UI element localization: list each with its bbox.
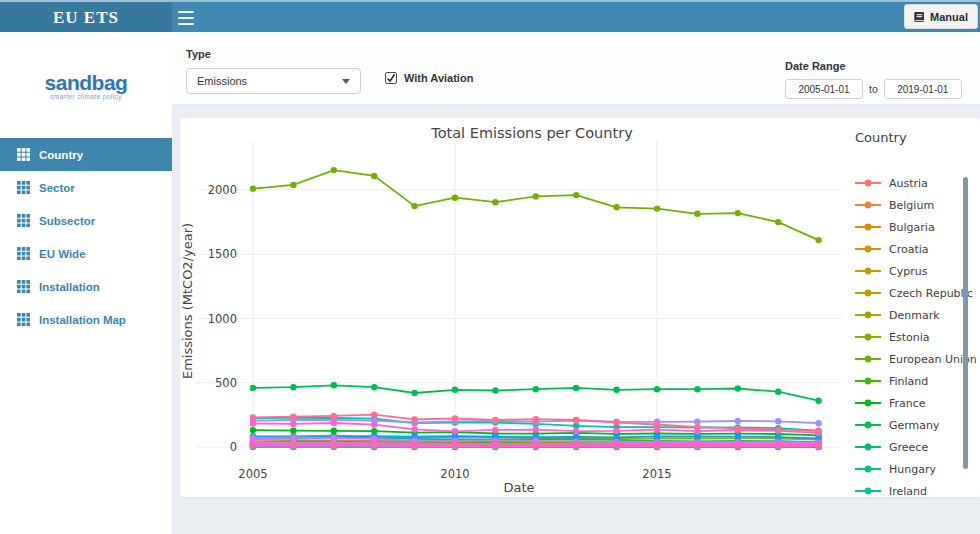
legend-item-estonia[interactable]: Estonia — [855, 326, 980, 348]
series-point — [775, 418, 781, 424]
legend-marker — [855, 244, 881, 254]
series-point — [290, 384, 296, 390]
legend: Country — [855, 130, 980, 145]
legend-item-ireland[interactable]: Ireland — [855, 480, 980, 497]
with-aviation-checkbox[interactable] — [385, 72, 397, 84]
sidebar-item-installation-map[interactable]: Installation Map — [0, 303, 172, 336]
series-point — [654, 421, 660, 427]
legend-marker — [855, 354, 881, 364]
series-point — [331, 413, 337, 419]
legend-item-croatia[interactable]: Croatia — [855, 238, 980, 260]
series-point — [492, 387, 498, 393]
legend-item-bulgaria[interactable]: Bulgaria — [855, 216, 980, 238]
series-point — [250, 414, 256, 420]
legend-item-european-union[interactable]: European Union — [855, 348, 980, 370]
series-point — [533, 416, 539, 422]
legend-item-greece[interactable]: Greece — [855, 436, 980, 458]
legend-marker — [855, 486, 881, 496]
type-label: Type — [186, 48, 211, 60]
legend-item-czech-republic[interactable]: Czech Republic — [855, 282, 980, 304]
sidebar-item-subsector[interactable]: Subsector — [0, 204, 172, 237]
series-point — [815, 428, 821, 434]
series-point — [290, 441, 296, 447]
series-point — [492, 427, 498, 433]
series-point — [815, 420, 821, 426]
controls-panel: Type Emissions With Aviation Date Range … — [172, 32, 980, 105]
series-point — [533, 442, 539, 448]
series-point — [411, 390, 417, 396]
sandbag-logo[interactable]: sandbag smarter climate policy — [0, 74, 172, 100]
grid-icon — [17, 313, 30, 326]
x-tick-label: 2015 — [642, 467, 671, 481]
legend-item-germany[interactable]: Germany — [855, 414, 980, 436]
legend-marker — [855, 200, 881, 210]
legend-item-france[interactable]: France — [855, 392, 980, 414]
sidebar-item-label: Subsector — [39, 215, 95, 227]
legend-marker — [855, 310, 881, 320]
sidebar-item-label: Country — [39, 149, 83, 161]
series-point — [331, 420, 337, 426]
grid-icon — [17, 214, 30, 227]
manual-button[interactable]: Manual — [904, 4, 978, 29]
legend-item-hungary[interactable]: Hungary — [855, 458, 980, 480]
series-point — [654, 441, 660, 447]
legend-marker — [855, 222, 881, 232]
date-range-label: Date Range — [785, 60, 975, 72]
legend-item-label: Czech Republic — [889, 287, 973, 300]
sidebar-item-label: EU Wide — [39, 248, 86, 260]
legend-item-label: Cyprus — [889, 265, 927, 278]
sidebar-item-eu-wide[interactable]: EU Wide — [0, 237, 172, 270]
legend-scrollbar[interactable] — [963, 177, 968, 469]
series-point — [452, 387, 458, 393]
series-point — [654, 205, 660, 211]
sidebar-item-country[interactable]: Country — [0, 138, 172, 171]
series-point — [694, 441, 700, 447]
legend-item-austria[interactable]: Austria — [855, 172, 980, 194]
series-point — [250, 435, 256, 441]
series-point — [452, 441, 458, 447]
series-point — [694, 424, 700, 430]
with-aviation-label: With Aviation — [404, 72, 473, 84]
legend-item-label: Hungary — [889, 463, 936, 476]
legend-item-belgium[interactable]: Belgium — [855, 194, 980, 216]
series-point — [775, 219, 781, 225]
legend-item-finland[interactable]: Finland — [855, 370, 980, 392]
date-to-input[interactable] — [884, 79, 962, 99]
type-select[interactable]: Emissions — [186, 68, 361, 94]
series-point — [492, 441, 498, 447]
series-point — [694, 211, 700, 217]
series-point — [250, 420, 256, 426]
sidebar-item-installation[interactable]: Installation — [0, 270, 172, 303]
series-point — [371, 441, 377, 447]
legend-item-denmark[interactable]: Denmark — [855, 304, 980, 326]
legend-item-cyprus[interactable]: Cyprus — [855, 260, 980, 282]
legend-marker — [855, 464, 881, 474]
y-tick-label: 2000 — [208, 183, 237, 197]
series-point — [290, 435, 296, 441]
series-point — [613, 428, 619, 434]
series-point — [371, 411, 377, 417]
y-tick-label: 1500 — [208, 247, 237, 261]
series-point — [533, 193, 539, 199]
series-point — [331, 435, 337, 441]
series-point — [250, 427, 256, 433]
main-content: Type Emissions With Aviation Date Range … — [172, 32, 980, 534]
app-title: EU ETS — [53, 8, 119, 28]
legend-item-label: Estonia — [889, 331, 930, 344]
sidebar: sandbag smarter climate policy Country S… — [0, 32, 172, 534]
legend-item-label: Denmark — [889, 309, 940, 322]
series-point — [815, 442, 821, 448]
legend-item-label: Austria — [889, 177, 928, 190]
date-from-input[interactable] — [785, 79, 863, 99]
logo-tagline: smarter climate policy — [0, 93, 172, 100]
legend-marker — [855, 376, 881, 386]
sidebar-item-label: Sector — [39, 182, 75, 194]
legend-list: Austria Belgium Bulgaria Croatia Cyprus … — [855, 172, 980, 497]
manual-button-label: Manual — [930, 11, 968, 23]
series-point — [290, 414, 296, 420]
sidebar-item-sector[interactable]: Sector — [0, 171, 172, 204]
legend-marker — [855, 332, 881, 342]
with-aviation-checkbox-row[interactable]: With Aviation — [385, 72, 473, 84]
series-point — [411, 203, 417, 209]
hamburger-menu-icon[interactable] — [178, 10, 194, 26]
